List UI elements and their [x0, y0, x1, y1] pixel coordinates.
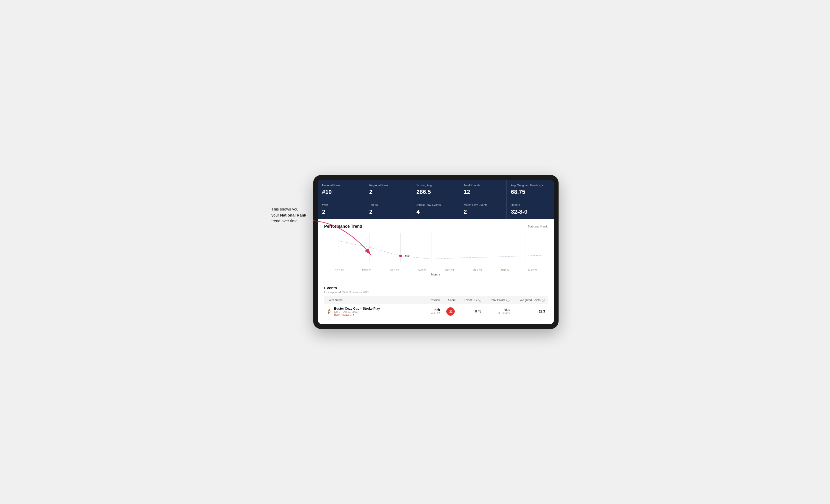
col-event-sg: Event SG i — [458, 296, 484, 304]
annotation-line2-plain: your — [272, 213, 280, 217]
chart-x-labels: OCT 23 NOV 23 DEC 23 JAN 24 FEB 24 MAR 2… — [324, 269, 548, 272]
stats-row-2: Wins 2 Top 3s 2 Stroke Play Events 4 Mat… — [318, 199, 554, 219]
stat-label-wins: Wins — [322, 203, 361, 207]
stat-value-top3s: 2 — [369, 208, 408, 215]
x-label-may24: MAY 24 — [519, 269, 547, 272]
stat-stroke-play: Stroke Play Events 4 — [412, 199, 459, 219]
event-sg-cell: 0.45 — [458, 304, 484, 319]
stat-label-record: Record — [511, 203, 550, 207]
x-label-feb24: FEB 24 — [436, 269, 464, 272]
stat-regional-rank: Regional Rank 2 — [365, 180, 412, 199]
stat-total-rounds: Total Rounds 12 — [459, 180, 507, 199]
stat-value-match-play: 2 — [464, 208, 502, 215]
x-label-jan24: JAN 24 — [408, 269, 436, 272]
events-title: Events — [324, 285, 548, 290]
event-sg-info-icon[interactable]: i — [478, 299, 481, 302]
weighted-points-info-icon[interactable]: i — [542, 299, 545, 302]
event-score-cell: -22 — [443, 304, 458, 319]
stats-row-1: National Rank #10 Regional Rank 2 Scorin… — [318, 180, 554, 199]
col-weighted-points: Weighted Points i — [512, 296, 548, 304]
events-table: Event Name Position Score Event SG i — [324, 296, 548, 319]
stat-record: Record 32-8-0 — [507, 199, 554, 219]
stat-wins: Wins 2 — [318, 199, 365, 219]
performance-chart: #10 — [324, 233, 548, 267]
chart-svg: #10 — [324, 233, 548, 267]
event-info: Buster Cozy Cup – Stroke Play Oct 9 - Oc… — [334, 307, 380, 316]
event-name: Buster Cozy Cup – Stroke Play — [334, 307, 380, 310]
stat-match-play: Match Play Events 2 — [459, 199, 507, 219]
col-event-name: Event Name — [324, 296, 425, 304]
total-points-cell: 28.3 3 Rounds — [484, 304, 512, 319]
stat-top3s: Top 3s 2 — [365, 199, 412, 219]
table-row: 🏌 Buster Cozy Cup – Stroke Play Oct 9 - … — [324, 304, 548, 319]
events-last-updated: Last updated: 24th November 2023 — [324, 291, 548, 294]
event-position-main: 6th — [427, 308, 440, 312]
chart-data-point — [400, 255, 402, 257]
table-header-row: Event Name Position Score Event SG i — [324, 296, 548, 304]
col-total-points: Total Points i — [484, 296, 512, 304]
total-points-rounds: 3 Rounds — [486, 312, 510, 314]
col-score: Score — [443, 296, 458, 304]
x-label-apr24: APR 24 — [491, 269, 519, 272]
performance-section: Performance Trend National Rank — [318, 219, 554, 282]
stat-value-avg-weighted: 68.75 — [511, 189, 550, 195]
event-rank-impact: Rank Impact: 3 ▼ — [334, 313, 380, 316]
performance-header: Performance Trend National Rank — [324, 224, 548, 229]
stat-value-regional-rank: 2 — [369, 189, 408, 195]
x-label-mar24: MAR 24 — [464, 269, 491, 272]
event-position-sub: out of 7 — [427, 312, 440, 315]
chart-x-axis-label: Months — [324, 273, 548, 276]
total-points-value: 28.3 — [486, 308, 510, 312]
x-label-oct23: OCT 23 — [325, 269, 353, 272]
stat-label-scoring-avg: Scoring Avg. — [417, 183, 455, 187]
stat-value-total-rounds: 12 — [464, 189, 502, 195]
annotation-text: This shows you your National Rank trend … — [272, 206, 316, 224]
annotation-line2-bold: National Rank — [280, 213, 306, 217]
stat-label-top3s: Top 3s — [369, 203, 408, 207]
stat-label-national-rank: National Rank — [322, 183, 361, 187]
stat-value-wins: 2 — [322, 208, 361, 215]
annotation-line1: This shows you — [272, 207, 298, 211]
performance-subtitle: National Rank — [528, 225, 548, 228]
x-label-nov23: NOV 23 — [353, 269, 381, 272]
rank-arrow-icon: ▼ — [352, 313, 355, 316]
avg-weighted-info-icon[interactable]: i — [540, 184, 543, 187]
stat-label-match-play: Match Play Events — [464, 203, 502, 207]
event-sg-value: 0.45 — [475, 310, 481, 313]
annotation-line3: trend over time — [272, 219, 297, 223]
outer-wrapper: This shows you your National Rank trend … — [272, 175, 558, 329]
stat-label-total-rounds: Total Rounds — [464, 183, 502, 187]
x-label-dec23: DEC 23 — [381, 269, 408, 272]
score-badge: -22 — [446, 307, 455, 316]
col-position: Position — [425, 296, 443, 304]
weighted-points-value: 28.3 — [539, 310, 545, 313]
performance-title: Performance Trend — [324, 224, 362, 229]
stat-value-stroke-play: 4 — [417, 208, 455, 215]
weighted-points-cell: 28.3 — [512, 304, 548, 319]
stat-label-stroke-play: Stroke Play Events — [417, 203, 455, 207]
stat-label-avg-weighted: Avg. Weighted Points i — [511, 183, 550, 187]
events-section: Events Last updated: 24th November 2023 … — [318, 282, 554, 324]
chart-rank-label: #10 — [405, 254, 410, 258]
tablet-screen: National Rank #10 Regional Rank 2 Scorin… — [318, 180, 554, 324]
total-points-info-icon[interactable]: i — [506, 299, 509, 302]
stat-scoring-avg: Scoring Avg. 286.5 — [412, 180, 459, 199]
stat-avg-weighted: Avg. Weighted Points i 68.75 — [507, 180, 554, 199]
stat-value-national-rank: #10 — [322, 189, 361, 195]
event-icon: 🏌 — [327, 309, 332, 314]
event-position-cell: 6th out of 7 — [425, 304, 443, 319]
tablet-frame: National Rank #10 Regional Rank 2 Scorin… — [313, 175, 558, 329]
stat-label-regional-rank: Regional Rank — [369, 183, 408, 187]
event-name-cell: 🏌 Buster Cozy Cup – Stroke Play Oct 9 - … — [324, 304, 425, 319]
stat-value-record: 32-8-0 — [511, 208, 550, 215]
stat-value-scoring-avg: 286.5 — [417, 189, 455, 195]
event-date: Oct 9 - Oct 10, 2023 — [334, 310, 380, 313]
stat-national-rank: National Rank #10 — [318, 180, 365, 199]
